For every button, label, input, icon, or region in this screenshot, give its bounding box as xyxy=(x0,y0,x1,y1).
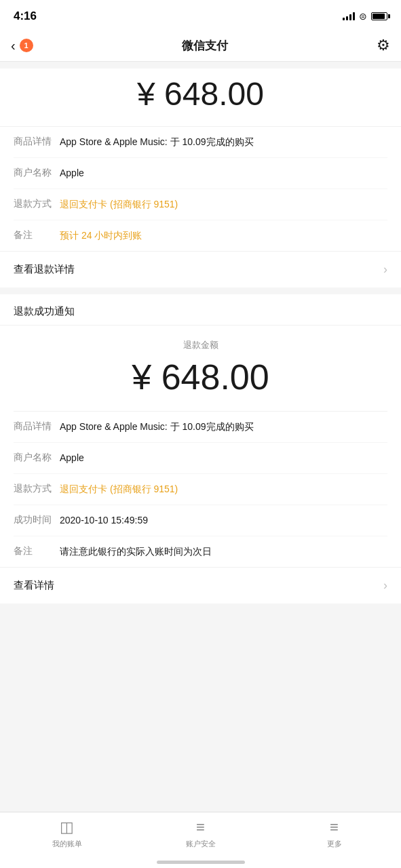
tab-bills-icon: ◫ xyxy=(60,818,74,836)
second-card-chevron-icon: › xyxy=(383,578,387,593)
battery-icon xyxy=(371,12,387,20)
status-icons: ⊜ xyxy=(343,11,387,22)
first-card-view-details-label: 查看退款详情 xyxy=(14,263,75,276)
wifi-icon: ⊜ xyxy=(359,11,367,22)
home-indicator xyxy=(157,861,245,864)
nav-title: 微信支付 xyxy=(182,38,228,54)
second-card-row-3: 成功时间 2020-10-10 15:49:59 xyxy=(14,505,387,536)
first-card-value-3: 预计 24 小时内到账 xyxy=(60,229,387,243)
content-area: ¥ 648.00 商品详情 App Store & Apple Music: 于… xyxy=(0,62,401,671)
second-card-view-details[interactable]: 查看详情 › xyxy=(0,567,401,604)
nav-bar: ‹ 1 微信支付 ⚙ xyxy=(0,30,401,62)
first-card-amount: ¥ 648.00 xyxy=(14,75,387,113)
second-card-info: 商品详情 App Store & Apple Music: 于 10.09完成的… xyxy=(0,412,401,567)
second-card-label-0: 商品详情 xyxy=(14,420,60,433)
first-card-row-2: 退款方式 退回支付卡 (招商银行 9151) xyxy=(14,189,387,220)
first-card-row-0: 商品详情 App Store & Apple Music: 于 10.09完成的… xyxy=(14,127,387,158)
second-card-value-0: App Store & Apple Music: 于 10.09完成的购买 xyxy=(60,420,387,434)
refund-amount-label: 退款金额 xyxy=(14,339,387,351)
first-card-chevron-icon: › xyxy=(383,262,387,277)
second-card-row-4: 备注 请注意此银行的实际入账时间为次日 xyxy=(14,536,387,567)
status-time: 4:16 xyxy=(14,9,37,23)
settings-icon[interactable]: ⚙ xyxy=(377,37,390,54)
back-button[interactable]: ‹ 1 xyxy=(11,38,33,54)
tab-my-bills[interactable]: ◫ 我的账单 xyxy=(0,818,134,849)
second-card-value-2: 退回支付卡 (招商银行 9151) xyxy=(60,482,387,496)
tab-more-icon: ≡ xyxy=(330,818,339,836)
first-card-value-1: Apple xyxy=(60,166,387,180)
first-card-label-2: 退款方式 xyxy=(14,197,60,210)
signal-icon xyxy=(343,12,355,20)
first-card-info: 商品详情 App Store & Apple Music: 于 10.09完成的… xyxy=(0,127,401,251)
tab-bills-label: 我的账单 xyxy=(52,839,82,849)
first-card-label-0: 商品详情 xyxy=(14,135,60,148)
second-card: 退款成功通知 退款金额 ¥ 648.00 商品详情 App Store & Ap… xyxy=(0,294,401,604)
second-card-label-3: 成功时间 xyxy=(14,513,60,526)
second-card-value-4: 请注意此银行的实际入账时间为次日 xyxy=(60,545,387,559)
second-card-row-1: 商户名称 Apple xyxy=(14,443,387,474)
tab-more-label: 更多 xyxy=(327,839,342,849)
second-card-row-2: 退款方式 退回支付卡 (招商银行 9151) xyxy=(14,474,387,505)
second-card-label-2: 退款方式 xyxy=(14,482,60,495)
second-card-label-1: 商户名称 xyxy=(14,451,60,464)
tab-security-label: 账户安全 xyxy=(186,839,216,849)
second-card-view-details-label: 查看详情 xyxy=(14,579,54,592)
tab-security-icon: ≡ xyxy=(196,818,205,836)
first-card-value-0: App Store & Apple Music: 于 10.09完成的购买 xyxy=(60,135,387,149)
first-card-row-1: 商户名称 Apple xyxy=(14,158,387,189)
first-card-view-details[interactable]: 查看退款详情 › xyxy=(0,251,401,288)
tab-account-security[interactable]: ≡ 账户安全 xyxy=(134,818,267,849)
second-card-title: 退款成功通知 xyxy=(0,294,401,326)
back-badge: 1 xyxy=(20,39,33,52)
back-chevron-icon: ‹ xyxy=(11,38,16,54)
first-card-amount-section: ¥ 648.00 xyxy=(0,68,401,127)
first-card: ¥ 648.00 商品详情 App Store & Apple Music: 于… xyxy=(0,68,401,288)
tab-more[interactable]: ≡ 更多 xyxy=(267,818,401,849)
tab-bar: ◫ 我的账单 ≡ 账户安全 ≡ 更多 xyxy=(0,812,401,868)
status-bar: 4:16 ⊜ xyxy=(0,0,401,30)
refund-amount-section: 退款金额 ¥ 648.00 xyxy=(0,326,401,411)
refund-amount-value: ¥ 648.00 xyxy=(14,357,387,397)
first-card-row-3: 备注 预计 24 小时内到账 xyxy=(14,220,387,251)
second-card-row-0: 商品详情 App Store & Apple Music: 于 10.09完成的… xyxy=(14,412,387,443)
first-card-label-3: 备注 xyxy=(14,229,60,241)
first-card-label-1: 商户名称 xyxy=(14,166,60,179)
second-card-value-1: Apple xyxy=(60,451,387,465)
first-card-value-2: 退回支付卡 (招商银行 9151) xyxy=(60,197,387,212)
second-card-value-3: 2020-10-10 15:49:59 xyxy=(60,513,387,528)
second-card-label-4: 备注 xyxy=(14,545,60,557)
